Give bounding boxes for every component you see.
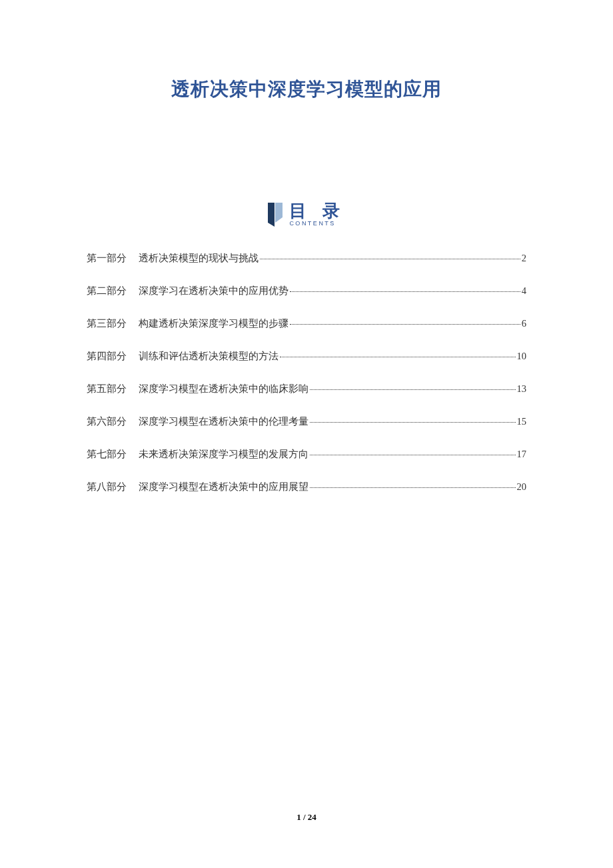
toc-page-number: 20 — [517, 481, 527, 493]
toc-page-number: 17 — [517, 449, 527, 460]
toc-entry-title: 训练和评估透析决策模型的方法 — [139, 350, 279, 363]
toc-list: 第一部分 透析决策模型的现状与挑战 2 第二部分 深度学习在透析决策中的应用优势… — [87, 252, 526, 493]
toc-entry-title: 深度学习在透析决策中的应用优势 — [139, 285, 289, 297]
toc-page-number: 2 — [522, 253, 526, 264]
toc-part-label: 第一部分 — [87, 252, 127, 265]
toc-row[interactable]: 第二部分 深度学习在透析决策中的应用优势 4 — [87, 285, 526, 297]
toc-row[interactable]: 第六部分 深度学习模型在透析决策中的伦理考量 15 — [87, 415, 526, 428]
toc-leader-dots — [260, 259, 520, 259]
toc-row[interactable]: 第四部分 训练和评估透析决策模型的方法 10 — [87, 350, 526, 363]
toc-row[interactable]: 第八部分 深度学习模型在透析决策中的应用展望 20 — [87, 481, 526, 493]
toc-part-label: 第八部分 — [87, 481, 127, 493]
toc-entry-title: 未来透析决策深度学习模型的发展方向 — [139, 448, 308, 461]
contents-icon — [268, 203, 283, 227]
toc-leader-dots — [310, 455, 516, 455]
toc-page-number: 10 — [517, 351, 527, 362]
toc-part-label: 第五部分 — [87, 383, 127, 395]
toc-row[interactable]: 第三部分 构建透析决策深度学习模型的步骤 6 — [87, 317, 526, 330]
footer-total-pages: 24 — [308, 812, 316, 822]
toc-entry-title: 深度学习模型在透析决策中的临床影响 — [139, 383, 308, 395]
toc-row[interactable]: 第一部分 透析决策模型的现状与挑战 2 — [87, 252, 526, 265]
toc-header: 目 录 CONTENTS — [87, 202, 526, 227]
toc-leader-dots — [310, 422, 516, 423]
toc-page-number: 6 — [522, 318, 526, 329]
toc-row[interactable]: 第七部分 未来透析决策深度学习模型的发展方向 17 — [87, 448, 526, 461]
toc-entry-title: 深度学习模型在透析决策中的伦理考量 — [139, 415, 308, 428]
toc-part-label: 第六部分 — [87, 415, 127, 428]
toc-page-number: 15 — [517, 416, 527, 427]
svg-marker-0 — [268, 203, 275, 227]
toc-leader-dots — [290, 324, 520, 325]
toc-entry-title: 深度学习模型在透析决策中的应用展望 — [139, 481, 308, 493]
toc-leader-dots — [310, 389, 516, 390]
toc-leader-dots — [310, 487, 516, 488]
toc-part-label: 第七部分 — [87, 448, 127, 461]
document-title: 透析决策中深度学习模型的应用 — [87, 77, 526, 102]
toc-entry-title: 构建透析决策深度学习模型的步骤 — [139, 317, 289, 330]
toc-row[interactable]: 第五部分 深度学习模型在透析决策中的临床影响 13 — [87, 383, 526, 395]
toc-entry-title: 透析决策模型的现状与挑战 — [139, 252, 259, 265]
toc-leader-dots — [290, 291, 520, 292]
footer-separator: / — [301, 812, 308, 822]
page-footer: 1 / 24 — [0, 812, 613, 823]
toc-label: 目 录 — [289, 202, 344, 219]
svg-marker-1 — [275, 203, 283, 223]
toc-leader-dots — [280, 357, 516, 357]
toc-part-label: 第四部分 — [87, 350, 127, 363]
toc-page-number: 4 — [522, 285, 526, 297]
toc-part-label: 第二部分 — [87, 285, 127, 297]
toc-page-number: 13 — [517, 383, 527, 395]
toc-sublabel: CONTENTS — [289, 221, 336, 227]
toc-part-label: 第三部分 — [87, 317, 127, 330]
